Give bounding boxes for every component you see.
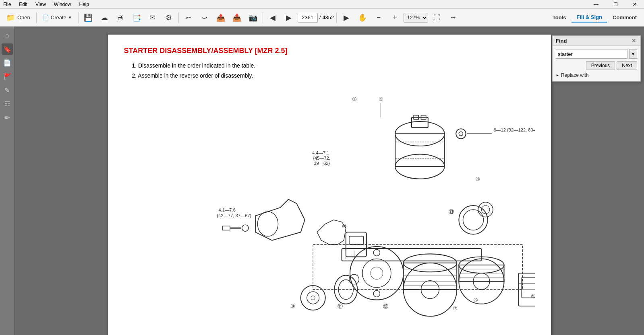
pdf-page: STARTER DISASSEMBLY/ASSEMBLY [MZR 2.5] 1… — [108, 35, 551, 335]
total-pages: 4352 — [322, 14, 334, 21]
separator-2 — [78, 12, 79, 23]
svg-text:4.1—7.6: 4.1—7.6 — [218, 208, 235, 213]
find-close-button[interactable]: ✕ — [631, 37, 637, 44]
email-button[interactable]: ✉ — [145, 11, 160, 25]
menubar: File Edit View Window Help — ☐ ✕ — [0, 0, 644, 9]
svg-text:{42—77, 37—67}: {42—77, 37—67} — [217, 213, 251, 218]
menu-view[interactable]: View — [34, 1, 48, 8]
step-1: 1. Disassemble in the order indicated in… — [132, 61, 535, 71]
document-title: STARTER DISASSEMBLY/ASSEMBLY [MZR 2.5] — [124, 47, 535, 55]
find-previous-button[interactable]: Previous — [586, 61, 615, 70]
svg-text:4.4—7.1: 4.4—7.1 — [312, 150, 329, 155]
svg-text:⑪: ⑪ — [338, 303, 343, 309]
page-separator: / — [319, 14, 321, 21]
sidebar-pages-icon[interactable]: 📄 — [2, 57, 13, 68]
svg-text:39—62}: 39—62} — [314, 161, 330, 166]
main-layout: ⌂ 🔖 📄 🚩 ✎ ☶ ✏ STARTER DISASSEMBLY/ASSEMB… — [0, 27, 644, 335]
svg-text:⑥: ⑥ — [473, 297, 478, 303]
svg-text:②: ② — [352, 96, 357, 102]
diagram-svg: ① ② — [124, 89, 535, 322]
find-dropdown-button[interactable]: ▼ — [629, 49, 637, 59]
fit-page-button[interactable]: ⛶ — [430, 11, 444, 25]
content-area: STARTER DISASSEMBLY/ASSEMBLY [MZR 2.5] 1… — [14, 27, 644, 335]
create-dropdown-icon: ▼ — [68, 15, 72, 20]
svg-text:{45—72,: {45—72, — [313, 156, 330, 160]
window-close[interactable]: ✕ — [625, 0, 644, 9]
tab-tools[interactable]: Tools — [548, 13, 571, 22]
page-number-input[interactable] — [298, 13, 318, 23]
separator-4 — [263, 12, 263, 23]
sidebar-layers-icon[interactable]: ☶ — [2, 98, 13, 109]
svg-text:⑨: ⑨ — [290, 303, 295, 309]
svg-text:⑧: ⑧ — [475, 176, 480, 182]
diagram-container: ① ② — [124, 89, 535, 322]
find-next-button[interactable]: Next — [617, 61, 637, 70]
tab-comment[interactable]: Comment — [608, 13, 642, 22]
svg-text:⑬: ⑬ — [448, 209, 453, 215]
cloud-save-button[interactable]: ☁ — [97, 11, 112, 25]
separator-5 — [336, 12, 337, 23]
find-input-row: ▼ — [556, 49, 637, 59]
settings-button[interactable]: ⚙ — [162, 11, 176, 25]
select-tool-button[interactable]: ▶ — [339, 11, 354, 25]
window-minimize[interactable]: — — [587, 0, 605, 9]
print-button[interactable]: 🖨 — [113, 11, 128, 25]
zoom-in-button[interactable]: + — [387, 11, 402, 25]
save-button[interactable]: 💾 — [81, 11, 95, 25]
menu-window[interactable]: Window — [52, 1, 73, 8]
menu-help[interactable]: Help — [78, 1, 91, 8]
svg-text:9—12 {92—122, 80—106}: 9—12 {92—122, 80—106} — [494, 128, 535, 133]
step-2: 2. Assemble in the reverse order of disa… — [132, 71, 535, 81]
replace-with-label: Replace with — [561, 72, 589, 78]
fit-width-button[interactable]: ↔ — [446, 11, 460, 25]
left-sidebar: ⌂ 🔖 📄 🚩 ✎ ☶ ✏ — [0, 27, 14, 335]
extract-button[interactable]: 📤 — [213, 11, 228, 25]
replace-triangle-icon: ► — [556, 73, 559, 77]
next-page-button[interactable]: ▶ — [282, 11, 296, 25]
separator-3 — [178, 12, 179, 23]
find-search-input[interactable] — [556, 49, 627, 59]
tab-fill-sign[interactable]: Fill & Sign — [572, 12, 607, 23]
hand-tool-button[interactable]: ✋ — [355, 11, 370, 25]
scan-button[interactable]: 📷 — [246, 11, 260, 25]
open-label: Open — [17, 14, 30, 21]
redo-button[interactable]: ⤻ — [197, 11, 212, 25]
sidebar-pen-icon[interactable]: ✎ — [2, 84, 13, 96]
svg-text:⑫: ⑫ — [383, 303, 388, 309]
zoom-out-button[interactable]: − — [371, 11, 386, 25]
menu-file[interactable]: File — [2, 1, 12, 8]
prev-page-button[interactable]: ◀ — [265, 11, 280, 25]
create-label: Create — [51, 14, 66, 21]
find-panel-title: Find — [556, 38, 567, 44]
open-button[interactable]: 📁 Open — [2, 11, 34, 25]
undo-button[interactable]: ⤺ — [181, 11, 196, 25]
svg-text:①: ① — [379, 96, 383, 102]
toolbar-right-tabs: Tools Fill & Sign Comment — [548, 12, 642, 23]
sidebar-bookmark-icon[interactable]: 🔖 — [2, 43, 13, 55]
find-panel: Find ✕ ▼ Previous Next ► Replace with — [552, 35, 641, 82]
separator-1 — [36, 12, 37, 23]
embed-button[interactable]: 📥 — [230, 11, 244, 25]
sidebar-edit-icon[interactable]: ✏ — [2, 112, 13, 123]
window-maximize[interactable]: ☐ — [606, 0, 625, 9]
properties-button[interactable]: 📑 — [129, 11, 144, 25]
document-steps: 1. Disassemble in the order indicated in… — [132, 61, 535, 81]
create-icon: 📄 — [43, 14, 49, 21]
sidebar-flag-icon[interactable]: 🚩 — [2, 71, 13, 82]
find-panel-body: ▼ Previous Next ► Replace with — [553, 46, 640, 81]
sidebar-home-icon[interactable]: ⌂ — [2, 30, 13, 41]
open-icon: 📁 — [6, 13, 15, 22]
menu-edit[interactable]: Edit — [17, 1, 29, 8]
svg-text:⑦: ⑦ — [453, 305, 458, 311]
create-button[interactable]: 📄 Create ▼ — [39, 11, 76, 25]
find-panel-header: Find ✕ — [553, 36, 640, 46]
zoom-select[interactable]: 127% 50% 75% 100% 150% 200% — [404, 13, 428, 23]
toolbar: 📁 Open 📄 Create ▼ 💾 ☁ 🖨 📑 ✉ ⚙ ⤺ ⤻ 📤 📥 📷 … — [0, 9, 644, 27]
find-replace-row[interactable]: ► Replace with — [556, 72, 637, 78]
page-input-group: / 4352 — [298, 13, 334, 23]
find-buttons-row: Previous Next — [556, 61, 637, 70]
